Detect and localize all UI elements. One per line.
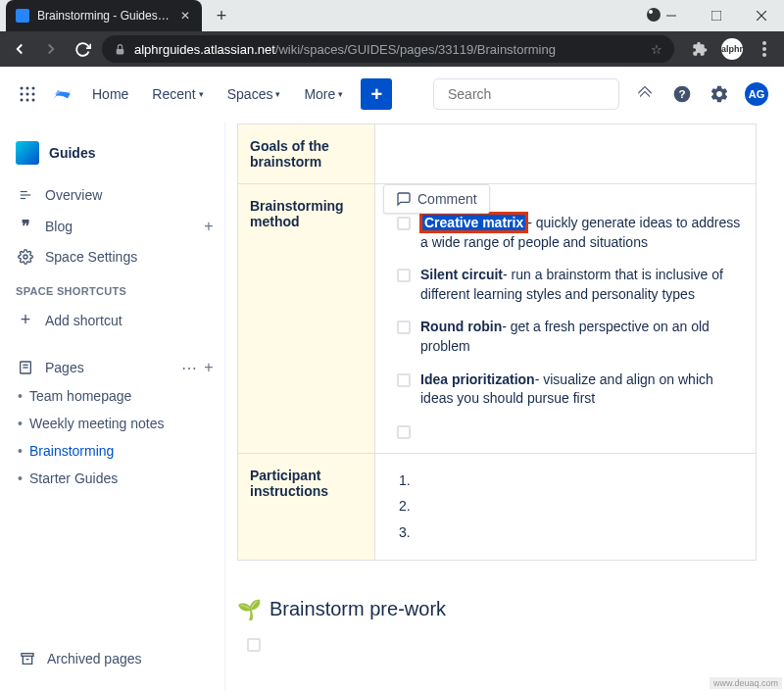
method-option[interactable]: Silent circuit- run a brainstorm that is… [397,266,744,304]
sidebar-add-shortcut[interactable]: + Add shortcut [6,303,219,337]
method-name: Idea prioritization [420,371,535,387]
svg-rect-1 [711,11,721,21]
add-blog-icon[interactable]: + [199,218,219,235]
sidebar-overview[interactable]: Overview [6,180,219,210]
svg-point-11 [21,93,24,96]
settings-gear-icon[interactable] [708,82,731,106]
pages-icon [16,360,35,375]
notifications-icon[interactable] [633,82,657,106]
app-switcher-icon[interactable] [16,82,39,106]
space-icon [16,141,39,165]
chevron-down-icon: ▾ [199,89,204,99]
search-input[interactable] [433,78,619,110]
search-field[interactable] [448,86,619,102]
row-instructions-label: Participant instructions [238,453,375,560]
row-instructions-cell[interactable]: 1. 2. 3. [375,453,757,560]
label: Blog [45,219,73,234]
checkbox[interactable] [397,321,411,334]
checkbox[interactable] [397,269,411,282]
blog-icon: ❞ [16,217,35,235]
svg-text:?: ? [678,87,685,100]
nav-home[interactable]: Home [86,82,134,106]
method-name: Round robin [420,319,502,334]
svg-point-15 [26,99,29,102]
method-option-empty[interactable] [397,422,744,439]
svg-point-12 [26,93,29,96]
label: Overview [45,187,102,203]
chevron-down-icon: ▾ [338,89,343,99]
reload-button[interactable] [71,37,94,61]
label: Pages [45,360,84,375]
window-minimize-button[interactable] [649,0,694,31]
method-option[interactable]: Idea prioritization- visualize and align… [397,370,744,409]
comment-label: Comment [417,191,477,207]
tree-item-current[interactable]: Brainstorming [6,437,219,465]
space-header[interactable]: Guides [6,133,219,180]
sidebar-space-settings[interactable]: Space Settings [6,242,219,271]
svg-point-13 [32,93,35,96]
svg-point-14 [21,99,24,102]
url-input[interactable]: alphrguides.atlassian.net/wiki/spaces/GU… [102,35,674,63]
instruction-item: 2. [399,493,744,519]
svg-point-24 [24,255,27,259]
row-goals-cell[interactable] [375,124,757,184]
window-titlebar: Brainstorming - Guides - Conflu ✕ + [0,0,784,31]
method-option[interactable]: Creative matrix- quickly generate ideas … [397,214,744,252]
sidebar-archived[interactable]: Archived pages [8,644,218,673]
nav-recent[interactable]: Recent▾ [146,82,209,106]
svg-point-16 [32,99,35,102]
brainstorm-table: Goals of the brainstorm Brainstorming me… [237,123,757,561]
back-button[interactable] [8,37,31,61]
checkbox[interactable] [397,373,411,387]
label: Add shortcut [45,313,122,328]
svg-point-9 [26,87,29,90]
checkbox[interactable] [247,638,261,652]
help-icon[interactable]: ? [670,82,694,106]
instruction-item: 1. [399,468,744,494]
confluence-logo-icon[interactable] [51,82,74,106]
browser-menu-icon[interactable] [753,37,776,61]
user-avatar[interactable]: AG [745,82,768,106]
sidebar-pages[interactable]: Pages [6,353,179,382]
tree-item[interactable]: Weekly meeting notes [6,410,219,437]
bookmark-star-icon[interactable]: ☆ [651,42,662,57]
method-name: Silent circuit [420,267,503,282]
nav-more[interactable]: More▾ [298,82,349,106]
close-tab-icon[interactable]: ✕ [178,9,192,23]
confluence-top-nav: Home Recent▾ Spaces▾ More▾ + ? AG [0,67,784,122]
new-tab-button[interactable]: + [208,2,235,29]
url-domain: alphrguides.atlassian.net [134,42,275,57]
add-page-icon[interactable]: + [199,359,219,376]
method-option[interactable]: Round robin- get a fresh perspective on … [397,318,744,356]
more-pages-icon[interactable]: ⋯ [179,359,199,377]
svg-rect-28 [22,654,33,657]
tree-item[interactable]: Team homepage [6,382,219,410]
tree-item[interactable]: Starter Guides [6,465,219,492]
lock-icon [114,43,126,56]
seedling-icon: 🌱 [237,598,262,621]
sidebar-blog[interactable]: ❞ Blog [6,210,199,242]
confluence-favicon-icon [16,9,29,23]
browser-tab[interactable]: Brainstorming - Guides - Conflu ✕ [6,0,202,31]
extensions-icon[interactable] [688,37,711,61]
prework-heading: 🌱 Brainstorm pre-work [237,598,772,621]
label: Space Settings [45,249,137,265]
forward-button[interactable] [39,37,63,61]
svg-point-10 [32,87,35,90]
checkbox[interactable] [397,425,411,439]
window-close-button[interactable] [739,0,784,31]
nav-spaces[interactable]: Spaces▾ [221,82,287,106]
profile-avatar-icon[interactable]: alphr [721,38,743,60]
space-name: Guides [49,145,95,161]
label: Archived pages [47,651,142,666]
svg-point-8 [21,87,24,90]
gear-icon [16,249,35,265]
prework-checkbox-row[interactable] [237,635,772,652]
create-button[interactable]: + [361,78,392,110]
checkbox[interactable] [397,217,411,230]
row-method-label: Brainstorming method [238,184,375,454]
window-maximize-button[interactable] [694,0,739,31]
sidebar: Guides Overview ❞ Blog + Space Settings … [0,122,225,691]
row-method-cell[interactable]: Comment Creative matrix- quickly generat… [375,184,757,454]
comment-button[interactable]: Comment [383,184,490,214]
